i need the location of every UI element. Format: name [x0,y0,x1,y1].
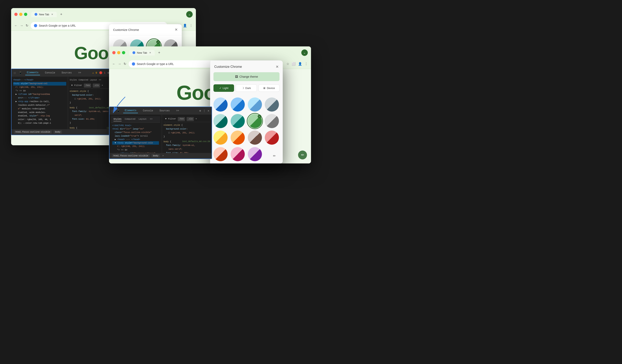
panel-title-2: Customize Chrome [214,65,242,69]
profile-icon-2[interactable]: 👤 [298,62,302,66]
devtools-toolbar-2: ⬚ 📱 Elements Console Sources >> ⚙ ⋮ ✕ [109,107,212,115]
css-rule-element-style-2: element.style { background-color: □ rgb(… [164,123,210,139]
reload-button-1[interactable]: ↻ [26,24,28,27]
dt-subtab-styles-2[interactable]: Styles [114,117,122,121]
dt-breadcrumb-2: html.focus-outline-visible body > [109,153,212,159]
swatch-blue-pale[interactable] [248,97,262,111]
swatch-blue-mid[interactable] [231,97,245,111]
maximize-button-2[interactable] [122,51,125,54]
dt-tab-console-2[interactable]: Console [141,109,155,113]
swatch-blue-light[interactable] [214,97,228,111]
dt-subtab-layout-2[interactable]: Layout [138,117,147,121]
swatch-peach[interactable] [214,147,228,161]
maximize-icon-2[interactable]: ⌄ [301,49,308,56]
new-tab-button-2[interactable]: + [156,50,162,55]
tab-2[interactable]: New Tab ✕ [129,50,155,55]
dt-tab-console-1[interactable]: Console [43,71,57,75]
tab-close-2[interactable]: ✕ [149,51,152,54]
minimize-button-1[interactable] [19,13,22,16]
dt-more-icon-2[interactable]: ⋮ [203,109,206,112]
devtools-panel-2: ⬚ 📱 Elements Console Sources >> ⚙ ⋮ ✕ St… [109,107,212,159]
swatch-orange[interactable] [231,130,245,145]
back-button-1[interactable]: ← [14,24,18,27]
minimize-button-2[interactable] [117,51,120,54]
dt-tab-sources-2[interactable]: Sources [158,109,171,113]
menu-icon-2[interactable]: ⋮ [305,62,308,66]
breadcrumb-arrow-2: > [162,155,164,157]
swatch-green-selected[interactable] [248,114,262,128]
breadcrumb-html-2[interactable]: html.focus-outline-visible [112,154,150,157]
close-button-1[interactable] [14,13,18,16]
new-tab-button-1[interactable]: + [58,12,64,17]
swatch-grey-dark[interactable] [265,114,279,128]
breadcrumb-body-1[interactable]: body [54,130,62,134]
dt-breadcrumb-1: html.focus-outline-visible body [12,129,120,135]
swatch-teal-mid[interactable] [231,114,245,128]
devtools-content-1: <head>···</head> <body style="background… [12,77,120,135]
dt-close-icon-2[interactable]: ✕ [208,109,209,112]
tab-bar-2: New Tab ✕ + [129,50,299,55]
dt-subtabs-2: Styles Computed Layout >> [111,116,160,123]
reload-button-2[interactable]: ↻ [124,62,126,66]
swatch-brown[interactable] [248,130,262,145]
maximize-icon-1[interactable]: ⌄ [186,11,193,18]
swatch-red[interactable] [265,130,279,145]
tab-1[interactable]: New Tab ✕ [31,12,57,17]
url-text-2: Search Google or type a URL [137,62,174,66]
dt-tab-elements-1[interactable]: Elements [25,71,40,75]
devtools-panel-1: ⬚ 📱 Elements Console Sources >> ⚠ 9 🔴 1 … [11,69,120,135]
maximize-button-1[interactable] [24,13,27,16]
swatch-purple[interactable] [248,147,262,161]
dt-device-icon-1[interactable]: 📱 [19,71,22,74]
url-text-1: Search Google or type a URL [39,24,76,27]
breadcrumb-html-1[interactable]: html.focus-outline-visible [14,130,52,134]
dt-error-icon-1: 🔴 1 [99,71,106,74]
swatch-teal-light[interactable] [214,114,228,128]
menu-icon-1[interactable]: ⋮ [189,24,193,27]
close-button-2[interactable] [112,51,116,54]
popup-header-1: Customize Chrome ✕ [109,24,182,35]
dt-inspect-icon-2[interactable]: ⬚ [112,109,114,112]
traffic-lights-1 [14,13,27,16]
dt-settings-icon-2[interactable]: ⚙ [199,109,201,112]
swatch-grey-blue[interactable] [265,97,279,111]
panel-close-2[interactable]: ✕ [276,65,279,69]
device-theme-button[interactable]: 🖥 Device [258,84,279,92]
dt-tab-more-1[interactable]: >> [77,71,83,75]
bookmark-icon-2[interactable]: ☆ [286,62,289,66]
moon-icon: ☽ [242,87,244,90]
dt-inspect-icon-1[interactable]: ⬚ [14,71,16,74]
change-theme-button[interactable]: 🖼 Change theme [214,72,279,81]
customize-button-2[interactable]: ✏ [298,150,307,159]
check-icon: ✓ [219,87,222,90]
dt-device-icon-2[interactable]: 📱 [117,109,120,112]
dt-filter-bar-2: ▼ Filter :hov .cls + [164,116,210,122]
dt-tab-more-2[interactable]: >> [175,109,180,113]
panel-header-2: Customize Chrome ✕ [210,60,283,72]
dt-subtab-more-2[interactable]: >> [150,117,153,121]
light-theme-button[interactable]: ✓ Light [214,84,234,92]
swatch-yellow[interactable] [214,130,228,145]
devtools-toolbar-1: ⬚ 📱 Elements Console Sources >> ⚠ 9 🔴 1 … [12,69,120,77]
g-logo-2 [132,62,135,66]
dt-tab-elements-2[interactable]: Elements [123,108,138,113]
swatch-pink[interactable] [231,147,245,161]
dt-styles-panel-2: ▼ Filter :hov .cls + element.style { bac… [162,115,212,159]
back-button-2[interactable]: ← [112,62,116,66]
forward-button-1[interactable]: → [20,24,23,27]
popup-close-1[interactable]: ✕ [175,27,178,32]
tab-close-1[interactable]: ✕ [51,13,54,16]
device-label: Device [267,87,275,90]
dt-tab-sources-1[interactable]: Sources [60,71,73,75]
tab-favicon-1 [35,13,37,16]
tab-label-1: New Tab [39,13,49,16]
panel-edit-button[interactable]: ✏ [271,152,278,159]
profile-icon-1[interactable]: 👤 [183,24,187,27]
dt-settings-icon-1[interactable]: ⚙ [107,71,109,74]
breadcrumb-body-2[interactable]: body [152,154,160,157]
html-tree-1: <head>···</head> <body style="background… [13,78,66,125]
extensions-icon-2[interactable]: ⬜ [292,62,296,66]
forward-button-2[interactable]: → [118,62,121,66]
dt-subtab-computed-2[interactable]: Computed [125,117,136,121]
dark-theme-button[interactable]: ☽ Dark [236,84,257,92]
